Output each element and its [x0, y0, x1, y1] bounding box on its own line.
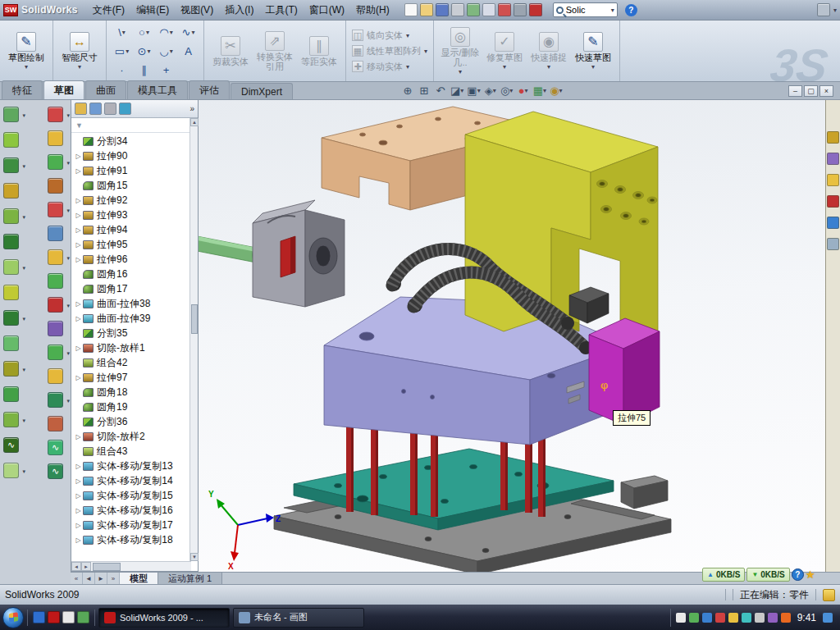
feature-tree-item[interactable]: ▷ 拉伸90: [71, 148, 198, 163]
sketch-entity-tool-button[interactable]: ⊙▾: [133, 42, 155, 61]
tool-icon[interactable]: ▾: [3, 107, 19, 122]
tool-icon[interactable]: ▾: [3, 463, 19, 478]
widget-help-icon[interactable]: ?: [792, 568, 804, 581]
expand-arrow-icon[interactable]: ▷: [74, 522, 83, 529]
window-control-button[interactable]: ▢: [804, 85, 818, 97]
tool-icon[interactable]: [48, 368, 63, 384]
task-pane-icon[interactable]: [827, 238, 839, 250]
menu-item[interactable]: 文件(F): [87, 1, 130, 20]
view-tool-icon[interactable]: ⊕: [400, 84, 415, 98]
feature-tree-item[interactable]: ▷ 拉伸95: [71, 237, 198, 252]
feature-tree-item[interactable]: ▷ 实体-移动/复制17: [71, 518, 198, 532]
tool-icon[interactable]: ▾: [3, 310, 19, 326]
tool-icon[interactable]: [3, 234, 19, 249]
tool-icon[interactable]: [48, 273, 63, 289]
feature-tree-item[interactable]: ▷ 实体-移动/复制16: [71, 503, 198, 518]
feature-tree-item[interactable]: 圆角17: [71, 281, 198, 296]
view-tool-icon[interactable]: ◉▾: [549, 84, 564, 98]
tool-icon[interactable]: [3, 386, 19, 402]
tool-icon[interactable]: ▾: [48, 154, 63, 170]
tool-icon[interactable]: ▾: [48, 202, 63, 217]
sheet-tab[interactable]: 模型: [120, 573, 158, 584]
task-pane-icon[interactable]: [827, 217, 839, 229]
feature-tree-item[interactable]: ▷ 实体-移动/复制18: [71, 532, 198, 547]
sheet-nav-button[interactable]: «: [71, 573, 83, 584]
toolbar-overflow-icon[interactable]: ▾: [833, 7, 837, 14]
expand-arrow-icon[interactable]: ▷: [74, 315, 83, 322]
view-tool-icon[interactable]: ▦▾: [532, 84, 547, 98]
sheet-nav-button[interactable]: »: [107, 573, 120, 584]
ribbon-button[interactable]: ✓ 修复草图 ▾: [482, 30, 527, 72]
sketch-entity-tool-button[interactable]: ◠▾: [155, 23, 177, 42]
ribbon-button[interactable]: ▦ 线性草图阵列 ▾: [350, 43, 429, 59]
sketch-entity-tool-button[interactable]: +: [155, 61, 177, 80]
toolbar-icon[interactable]: [514, 3, 527, 16]
quick-launch-icon[interactable]: [62, 611, 75, 623]
tool-icon[interactable]: [3, 132, 19, 148]
view-tool-icon[interactable]: ⊞: [417, 84, 431, 98]
sheet-nav-button[interactable]: ◄: [83, 573, 95, 584]
tool-icon[interactable]: [3, 336, 19, 351]
sketch-entity-tool-button[interactable]: A: [177, 42, 199, 61]
sheet-nav-button[interactable]: ►: [95, 573, 107, 584]
toolbar-icon[interactable]: [482, 3, 495, 16]
tray-icon[interactable]: [742, 613, 751, 623]
menu-item[interactable]: 视图(V): [175, 1, 219, 20]
sketch-entity-tool-button[interactable]: \▾: [111, 23, 133, 42]
taskbar-task-button[interactable]: 未命名 - 画图: [233, 608, 364, 628]
taskbar-corner-icon[interactable]: [823, 613, 833, 623]
expand-arrow-icon[interactable]: ▷: [74, 300, 83, 308]
window-control-button[interactable]: ×: [819, 85, 833, 97]
tool-icon[interactable]: [48, 226, 63, 241]
tool-icon[interactable]: ▾: [48, 297, 63, 313]
menu-item[interactable]: 工具(T): [259, 1, 303, 20]
ribbon-button[interactable]: ◎ 显示/删除几.. ▾: [438, 25, 482, 77]
quick-tips-icon[interactable]: [823, 589, 835, 601]
feature-tree-item[interactable]: 圆角15: [71, 178, 198, 193]
tool-icon[interactable]: ▾: [3, 361, 19, 377]
commandmanager-tab[interactable]: DimXpert: [231, 83, 293, 99]
sketch-button[interactable]: ✎ 草图绘制 ▾: [4, 30, 48, 72]
tool-icon[interactable]: [48, 178, 63, 194]
tool-icon[interactable]: [3, 285, 19, 300]
insert-block[interactable]: [199, 200, 345, 307]
tray-icon[interactable]: [689, 613, 699, 623]
tool-icon[interactable]: [48, 321, 63, 336]
search-input[interactable]: [566, 5, 609, 15]
sketch-entity-tool-button[interactable]: ∿▾: [177, 23, 199, 42]
feature-tree-item[interactable]: ▷ 拉伸93: [71, 208, 198, 222]
tool-icon[interactable]: ▾: [48, 392, 63, 408]
toolbar-icon[interactable]: [420, 3, 433, 16]
fullscreen-toggle-icon[interactable]: [817, 3, 830, 16]
task-pane-icon[interactable]: [827, 195, 839, 208]
tool-icon[interactable]: [3, 183, 19, 199]
tool-icon[interactable]: ∿: [3, 437, 19, 453]
tray-icon[interactable]: [715, 613, 725, 623]
expand-arrow-icon[interactable]: ▷: [74, 374, 83, 381]
expand-arrow-icon[interactable]: ▷: [74, 167, 83, 175]
toolbar-icon[interactable]: [498, 3, 511, 16]
view-tool-icon[interactable]: ↶: [433, 84, 448, 98]
expand-arrow-icon[interactable]: ▷: [74, 433, 83, 441]
menu-item[interactable]: 窗口(W): [304, 1, 350, 20]
ribbon-button[interactable]: ◫ 镜向实体 ▾: [350, 28, 429, 43]
scrollbar-thumb[interactable]: [191, 304, 198, 334]
sketch-entity-tool-button[interactable]: ∥: [133, 61, 155, 80]
taskbar-clock[interactable]: 9:41: [797, 612, 816, 623]
expand-arrow-icon[interactable]: ▷: [74, 212, 83, 219]
task-pane-icon[interactable]: [827, 153, 839, 165]
panel-tab-icon[interactable]: [104, 103, 116, 115]
graphics-area[interactable]: φ Y Z X 拉伸75: [199, 100, 825, 572]
commandmanager-tab[interactable]: 评估: [189, 80, 230, 99]
commandmanager-tab[interactable]: 草图: [43, 80, 84, 99]
task-pane-icon[interactable]: [827, 131, 839, 144]
panel-tab-icon[interactable]: [119, 103, 131, 115]
tool-icon[interactable]: ▾: [48, 107, 63, 122]
sketch-entity-tool-button[interactable]: ◡▾: [155, 42, 177, 61]
ribbon-button[interactable]: ◉ 快速捕捉 ▾: [527, 30, 571, 72]
view-tool-icon[interactable]: ●▾: [516, 84, 531, 98]
scrollbar-thumb[interactable]: [93, 563, 121, 571]
task-pane-icon[interactable]: [827, 174, 839, 186]
tool-icon[interactable]: ▾: [3, 208, 19, 224]
ribbon-button[interactable]: ✚ 移动实体 ▾: [350, 59, 429, 75]
